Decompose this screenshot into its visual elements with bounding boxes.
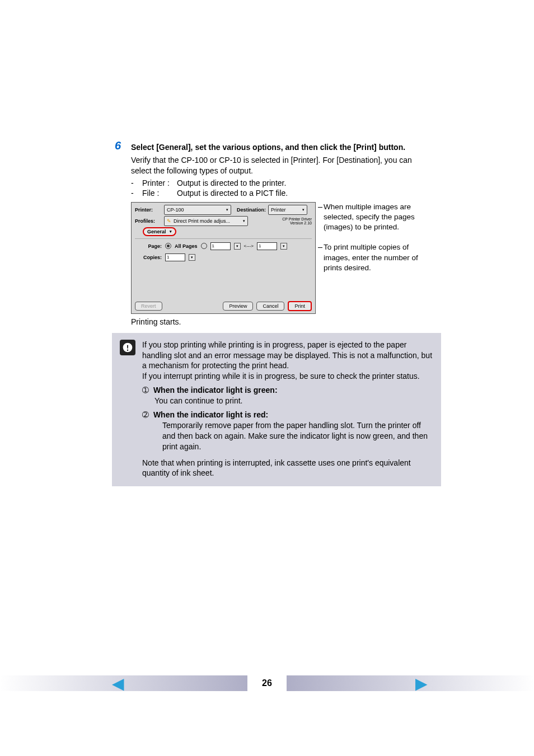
note-green-body: You can continue to print. bbox=[154, 396, 433, 406]
chevron-updown-icon: ▾ bbox=[226, 208, 228, 212]
side-note-copies: To print multiple copies of images, ente… bbox=[324, 242, 433, 273]
page-label: Page: bbox=[135, 243, 162, 249]
chevron-updown-icon: ▾ bbox=[243, 219, 245, 223]
page-number: 26 bbox=[247, 678, 287, 688]
bullet-printer: - Printer : Output is directed to the pr… bbox=[131, 179, 433, 187]
printing-starts: Printing starts. bbox=[131, 317, 433, 326]
cancel-button[interactable]: Cancel bbox=[256, 302, 284, 311]
chevron-updown-icon: ▾ bbox=[302, 208, 305, 212]
step-number: 6 bbox=[112, 140, 121, 151]
note-green-title: When the indicator light is green: bbox=[153, 386, 278, 395]
note-p1: If you stop printing while printing is i… bbox=[142, 340, 433, 372]
step-verify: Verify that the CP-100 or CP-10 is selec… bbox=[131, 155, 433, 176]
note-p3: Note that when printing is interrupted, … bbox=[142, 458, 433, 479]
print-button[interactable]: Print bbox=[288, 301, 312, 311]
page-footer: 26 bbox=[0, 672, 534, 694]
side-note-pages: When multiple images are selected, speci… bbox=[324, 202, 433, 233]
prev-page-arrow[interactable]: ◀ bbox=[112, 674, 124, 693]
footer-gradient-right bbox=[287, 675, 534, 691]
printer-select[interactable]: CP-100 ▾ bbox=[164, 205, 231, 215]
stepper-icon[interactable]: ▾ bbox=[280, 243, 287, 250]
stepper-icon[interactable]: ▾ bbox=[234, 243, 241, 250]
note-red-title: When the indicator light is red: bbox=[153, 410, 268, 419]
all-pages-label: All Pages bbox=[175, 243, 198, 249]
step-6: 6 Select [General], set the various opti… bbox=[112, 140, 433, 326]
preview-button[interactable]: Preview bbox=[223, 302, 253, 311]
revert-button[interactable]: Revert bbox=[135, 302, 162, 311]
profiles-label: Profiles: bbox=[135, 218, 162, 224]
profile-icon: ✎ bbox=[167, 218, 171, 224]
printer-label: Printer: bbox=[135, 207, 162, 213]
note-red-body: Temporarily remove paper from the paper … bbox=[162, 420, 433, 452]
circled-2-icon: ➁ bbox=[142, 410, 149, 419]
step-title: Select [General], set the various option… bbox=[131, 142, 433, 153]
destination-select[interactable]: Printer ▾ bbox=[268, 205, 307, 215]
destination-label: Destination: bbox=[237, 207, 266, 213]
side-notes: When multiple images are selected, speci… bbox=[324, 202, 433, 283]
all-pages-radio[interactable] bbox=[165, 243, 171, 249]
exclamation-icon bbox=[120, 340, 135, 355]
stepper-icon[interactable]: ▾ bbox=[189, 254, 195, 261]
general-tab[interactable]: General ▾ bbox=[143, 227, 176, 236]
chevron-updown-icon: ▾ bbox=[170, 229, 172, 234]
range-to-input[interactable]: 1 bbox=[257, 242, 277, 250]
next-page-arrow[interactable]: ▶ bbox=[415, 674, 428, 693]
warning-note: If you stop printing while printing is i… bbox=[112, 333, 441, 487]
note-p2: If you interrupt printing while it is in… bbox=[142, 371, 433, 382]
range-from-input[interactable]: 1 bbox=[210, 242, 231, 250]
print-dialog: Printer: CP-100 ▾ Destination: Printer ▾… bbox=[131, 202, 316, 314]
circled-1-icon: ➀ bbox=[142, 386, 149, 395]
profiles-select[interactable]: ✎ Direct Print mode adjus... ▾ bbox=[164, 216, 248, 226]
bullet-file: - File : Output is directed to a PICT fi… bbox=[131, 189, 433, 198]
range-radio[interactable] bbox=[201, 243, 207, 249]
driver-version: Version 2.10 bbox=[250, 221, 312, 225]
driver-title: CP Printer Driver bbox=[250, 217, 312, 221]
copies-label: Copies: bbox=[135, 255, 162, 260]
copies-input[interactable]: 1 bbox=[165, 253, 185, 261]
